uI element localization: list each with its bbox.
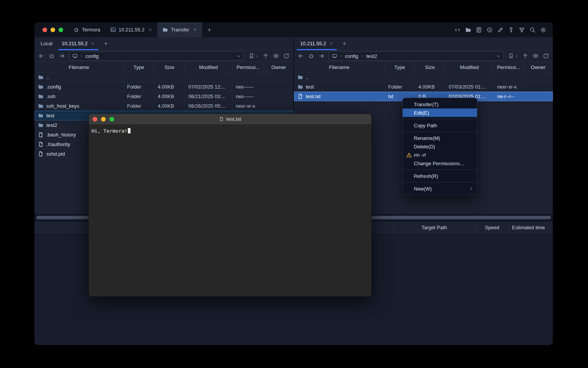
column-header-owner[interactable]: Owner bbox=[524, 62, 553, 72]
cell-owner bbox=[264, 72, 293, 82]
filename-label: .config bbox=[46, 84, 61, 90]
column-header-target-path[interactable]: Target Path bbox=[394, 222, 475, 232]
tab-close-button[interactable] bbox=[148, 28, 152, 32]
left-new-tab-button[interactable] bbox=[100, 37, 112, 50]
right-back-button[interactable] bbox=[298, 53, 304, 59]
titlebar-branch-button[interactable] bbox=[519, 27, 525, 33]
file-row-config[interactable]: .configFolder4.00KB07/02/2025 12:...rwx-… bbox=[34, 82, 293, 92]
file-row-parent[interactable]: .. bbox=[34, 72, 293, 82]
menu-separator bbox=[403, 169, 477, 170]
right-path-dropdown-icon[interactable] bbox=[496, 54, 501, 59]
cell-permissions: rw-r--r-- bbox=[494, 92, 524, 101]
titlebar-tab-10-211-55-2[interactable]: 10.211.55.2 bbox=[105, 22, 158, 37]
column-header-speed[interactable]: Speed bbox=[475, 222, 509, 232]
column-header-filename[interactable]: Filename bbox=[34, 62, 124, 72]
right-up-button[interactable] bbox=[522, 53, 528, 59]
menu-item-rm-rf[interactable]: rm -rf bbox=[403, 151, 477, 159]
right-refresh-button[interactable] bbox=[543, 53, 549, 59]
close-button[interactable] bbox=[42, 28, 47, 32]
left-show-hidden-button[interactable] bbox=[273, 53, 279, 59]
titlebar-tab-termora[interactable]: Termora bbox=[69, 22, 105, 37]
plus-icon bbox=[342, 41, 347, 46]
editor-close-button[interactable] bbox=[93, 117, 97, 122]
editor-title: test.txt bbox=[89, 116, 371, 122]
column-header-filename[interactable]: Filename bbox=[294, 62, 385, 72]
titlebar-gear-button[interactable] bbox=[540, 27, 546, 33]
cell-size: 4.00KB bbox=[154, 82, 185, 92]
arrow-right-icon bbox=[318, 53, 325, 59]
editor-content[interactable]: Hi, Termora! bbox=[89, 125, 371, 138]
column-header-type[interactable]: Type bbox=[124, 62, 154, 72]
column-header-modified[interactable]: Modified bbox=[445, 62, 494, 72]
titlebar-search-button[interactable] bbox=[529, 27, 536, 33]
menu-item-delete-d[interactable]: Delete(D) bbox=[403, 142, 477, 151]
column-header-size[interactable]: Size bbox=[154, 62, 185, 72]
titlebar-folder-button[interactable] bbox=[465, 27, 471, 33]
new-terminal-tab-button[interactable] bbox=[202, 27, 217, 33]
left-bookmark-button[interactable] bbox=[248, 53, 258, 59]
tab-label: Local bbox=[41, 41, 52, 46]
left-path-dropdown-icon[interactable] bbox=[236, 54, 241, 59]
right-tab-10-211-55-2[interactable]: 10.211.55.2 bbox=[296, 37, 338, 50]
breadcrumb-segment[interactable]: test2 bbox=[366, 53, 378, 59]
gear-icon bbox=[540, 27, 546, 33]
minimize-button[interactable] bbox=[51, 28, 55, 32]
menu-item-label: Refresh(R) bbox=[414, 173, 438, 179]
right-path-input[interactable]: configtest2 bbox=[329, 51, 504, 61]
file-row-ssh[interactable]: .sshFolder4.00KB06/21/2025 03:...rwx----… bbox=[34, 92, 293, 101]
left-path-input[interactable]: config bbox=[69, 51, 244, 61]
file-row-parent[interactable]: .. bbox=[294, 72, 553, 82]
zoom-button[interactable] bbox=[59, 28, 63, 32]
editor-minimize-button[interactable] bbox=[101, 117, 106, 122]
titlebar-record-button[interactable] bbox=[487, 27, 493, 33]
log-icon bbox=[476, 27, 482, 33]
file-row-test[interactable]: testFolder4.00KB07/03/2025 01:...rwxr-xr… bbox=[294, 82, 553, 92]
tab-label: 10.211.55.2 bbox=[300, 41, 326, 46]
tab-close-button[interactable] bbox=[329, 41, 333, 46]
filename-label: sshd.pid bbox=[46, 151, 65, 157]
breadcrumb-segment[interactable]: config bbox=[85, 53, 100, 59]
cell-owner bbox=[264, 92, 293, 101]
menu-item-transfer-t[interactable]: Transfer(T) bbox=[403, 100, 477, 108]
menu-item-new-w[interactable]: New(W) bbox=[403, 184, 477, 193]
left-forward-button[interactable] bbox=[59, 53, 65, 59]
column-header-estimated-time[interactable]: Estimated time bbox=[509, 222, 547, 232]
tab-close-button[interactable] bbox=[193, 28, 197, 32]
left-home-button[interactable] bbox=[49, 53, 55, 59]
column-header-owner[interactable]: Owner bbox=[264, 62, 293, 72]
menu-item-refresh-r[interactable]: Refresh(R) bbox=[403, 172, 477, 180]
menu-item-copy-path[interactable]: Copy Path bbox=[403, 121, 477, 130]
left-tab-10-211-55-2[interactable]: 10.211.55.2 bbox=[57, 37, 100, 50]
left-refresh-button[interactable] bbox=[283, 53, 289, 59]
titlebar-edit-button[interactable] bbox=[497, 27, 503, 33]
titlebar-log-button[interactable] bbox=[476, 27, 482, 33]
cell-modified: 06/21/2025 03:... bbox=[185, 92, 232, 101]
column-header-permissi[interactable]: Permissi... bbox=[232, 62, 264, 72]
file-icon bbox=[297, 94, 303, 99]
menu-item-change-permissions[interactable]: Change Permissions... bbox=[403, 159, 477, 168]
column-header-modified[interactable]: Modified bbox=[185, 62, 232, 72]
breadcrumb-separator bbox=[79, 54, 83, 58]
left-tab-local[interactable]: Local bbox=[36, 37, 57, 50]
column-header-type[interactable]: Type bbox=[385, 62, 415, 72]
titlebar-code-button[interactable] bbox=[454, 27, 461, 33]
editor-zoom-button[interactable] bbox=[109, 117, 114, 122]
column-header-size[interactable]: Size bbox=[415, 62, 445, 72]
left-back-button[interactable] bbox=[38, 53, 44, 59]
breadcrumb-segment[interactable]: config bbox=[344, 53, 359, 59]
menu-item-edit-e[interactable]: Edit(E) bbox=[403, 108, 477, 117]
editor-titlebar[interactable]: test.txt bbox=[89, 114, 371, 125]
menu-item-rename-m[interactable]: Rename(M) bbox=[403, 134, 477, 142]
column-header-permissi[interactable]: Permissi... bbox=[494, 62, 524, 72]
chevron-right-icon bbox=[339, 54, 343, 58]
right-home-button[interactable] bbox=[308, 53, 314, 59]
file-row-ssh-host-keys[interactable]: ssh_host_keysFolder4.00KB06/26/2025 05:.… bbox=[34, 101, 293, 111]
right-forward-button[interactable] bbox=[318, 53, 325, 59]
titlebar-tab-transfer[interactable]: Transfer bbox=[157, 22, 202, 37]
left-up-button[interactable] bbox=[263, 53, 269, 59]
right-show-hidden-button[interactable] bbox=[532, 53, 539, 59]
right-bookmark-button[interactable] bbox=[508, 53, 518, 59]
right-new-tab-button[interactable] bbox=[338, 37, 351, 50]
tab-close-button[interactable] bbox=[91, 41, 95, 46]
titlebar-key-button[interactable] bbox=[508, 27, 514, 33]
